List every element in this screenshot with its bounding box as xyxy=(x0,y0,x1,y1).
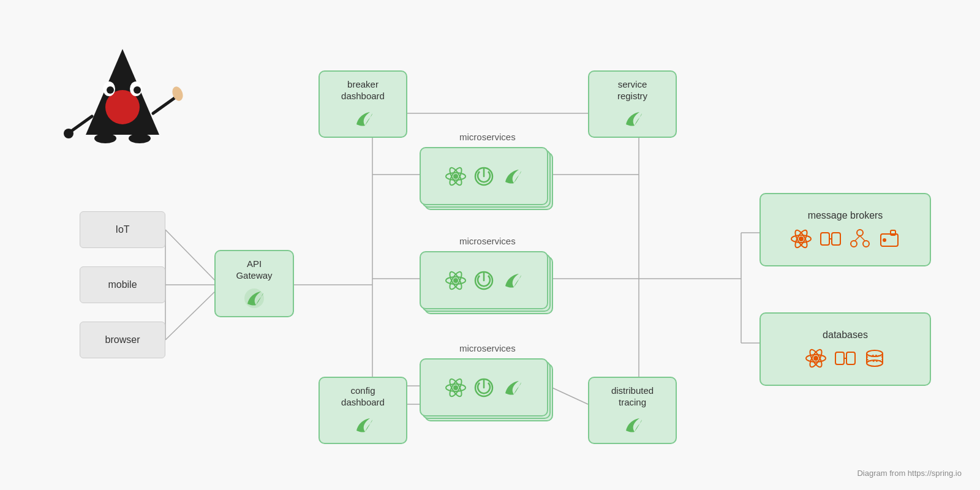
svg-rect-54 xyxy=(821,233,829,245)
svg-point-64 xyxy=(883,238,886,242)
svg-rect-55 xyxy=(832,233,840,245)
spring-leaf-icon xyxy=(501,270,523,292)
svg-point-23 xyxy=(107,86,114,94)
power-icon xyxy=(473,165,495,187)
attribution: Diagram from https://spring.io xyxy=(857,469,962,478)
config-dashboard-title: configdashboard xyxy=(341,385,385,409)
config-dashboard-box: configdashboard xyxy=(318,377,407,444)
distributed-tracing-title: distributedtracing xyxy=(611,385,654,409)
svg-point-44 xyxy=(453,385,458,390)
svg-point-50 xyxy=(799,236,804,241)
atom-icon xyxy=(445,165,467,187)
power-icon xyxy=(473,270,495,292)
client-mobile: mobile xyxy=(80,266,165,303)
breaker-dashboard-title: breakerdashboard xyxy=(341,78,385,102)
spring-leaf-icon xyxy=(621,107,644,130)
microservices-label-1: microservices xyxy=(459,132,516,142)
atom-icon xyxy=(445,377,467,399)
databases-title: databases xyxy=(823,329,868,342)
api-gateway-icons xyxy=(243,287,266,310)
api-gateway-box: APIGateway xyxy=(214,250,294,317)
microservices-label-2: microservices xyxy=(459,236,516,246)
service-registry-box: serviceregistry xyxy=(588,70,677,138)
rabbitmq-icon xyxy=(878,228,900,250)
svg-point-24 xyxy=(134,86,141,94)
spring-leaf-icon xyxy=(501,377,523,399)
svg-line-0 xyxy=(165,230,217,283)
api-gateway-title: APIGateway xyxy=(236,258,272,282)
svg-point-72 xyxy=(867,350,883,356)
message-brokers-icons xyxy=(790,228,900,250)
message-brokers-box: message brokers xyxy=(760,193,931,266)
svg-point-29 xyxy=(94,134,116,143)
svg-point-32 xyxy=(453,174,458,179)
svg-point-57 xyxy=(857,230,863,236)
svg-point-75 xyxy=(867,360,883,366)
spring-leaf-icon xyxy=(621,413,644,437)
databases-box: databases xyxy=(760,312,931,386)
spring-leaf-icon xyxy=(352,413,375,437)
svg-line-2 xyxy=(165,289,217,340)
spring-leaf-icon xyxy=(352,107,375,130)
distributed-tracing-icons xyxy=(621,413,644,437)
svg-rect-69 xyxy=(835,352,844,364)
client-browser: browser xyxy=(80,322,165,358)
message-brokers-title: message brokers xyxy=(808,209,883,222)
svg-rect-70 xyxy=(846,352,855,364)
svg-line-60 xyxy=(855,236,860,241)
distributed-tracing-box: distributedtracing xyxy=(588,377,677,444)
svg-line-61 xyxy=(860,236,865,241)
svg-point-59 xyxy=(863,241,869,247)
svg-point-30 xyxy=(129,134,151,143)
service-registry-title: serviceregistry xyxy=(617,78,647,102)
mascot xyxy=(61,37,184,159)
atom-icon xyxy=(790,228,812,250)
database-icon xyxy=(864,347,886,369)
svg-point-58 xyxy=(851,241,857,247)
spring-leaf-icon xyxy=(501,165,523,187)
breaker-dashboard-icons xyxy=(352,107,375,130)
client-iot: IoT xyxy=(80,211,165,248)
svg-point-65 xyxy=(813,356,818,361)
atom-icon xyxy=(445,270,467,292)
service-registry-icons xyxy=(621,107,644,130)
jpa-icon xyxy=(834,347,856,369)
power-icon xyxy=(473,377,495,399)
atom-icon xyxy=(805,347,827,369)
spring-leaf-icon xyxy=(243,287,266,310)
microservices-label-3: microservices xyxy=(459,343,516,353)
diagram-container: IoT mobile browser APIGateway breakerdas… xyxy=(0,0,980,490)
svg-point-38 xyxy=(453,278,458,283)
activemq-icon xyxy=(820,228,842,250)
svg-line-26 xyxy=(153,98,175,113)
svg-line-13 xyxy=(548,386,588,404)
svg-point-28 xyxy=(64,129,74,138)
breaker-dashboard-box: breakerdashboard xyxy=(318,70,407,138)
config-dashboard-icons xyxy=(352,413,375,437)
kafka-icon xyxy=(849,228,871,250)
databases-icons xyxy=(805,347,886,369)
